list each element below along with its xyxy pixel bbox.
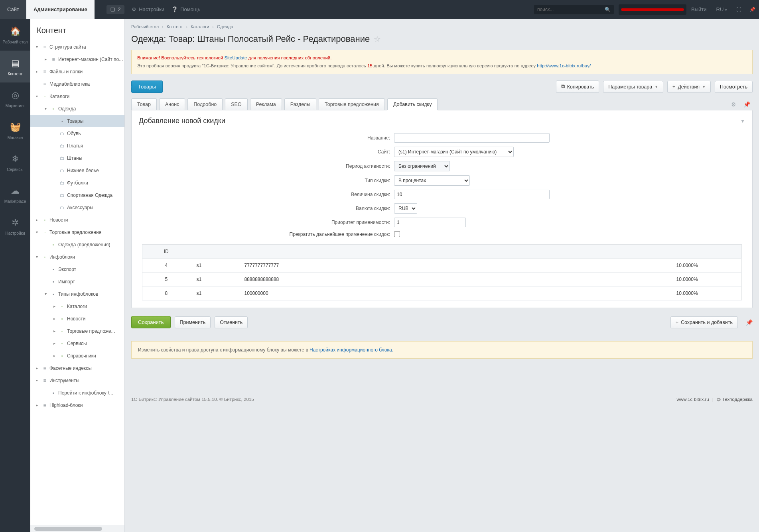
tab-6[interactable]: Торговые предложения	[319, 98, 385, 110]
search-box[interactable]: 🔍	[534, 5, 614, 14]
name-input[interactable]	[394, 133, 550, 143]
tree-item[interactable]: ▪Перейти к инфоблоку /...	[30, 387, 124, 399]
tab-site[interactable]: Сайт	[0, 0, 26, 19]
tab-1[interactable]: Анонс	[159, 98, 185, 110]
rail-item-cloud[interactable]: ☁Marketplace	[0, 178, 30, 210]
tree-item[interactable]: ▸▫Справочники	[30, 349, 124, 362]
rail-item-target[interactable]: ◎Маркетинг	[0, 82, 30, 114]
tree-item[interactable]: ▸▫Новости	[30, 214, 124, 226]
tab-5[interactable]: Разделы	[284, 98, 316, 110]
tab-admin[interactable]: Администрирование	[26, 0, 95, 19]
rail-item-content[interactable]: ▤Контент	[0, 51, 30, 82]
fullscreen-icon[interactable]: ⛶	[733, 4, 744, 15]
tab-2[interactable]: Подробно	[187, 98, 223, 110]
tree-item[interactable]: ▸▫Новости	[30, 312, 124, 325]
tree-item[interactable]: 🗀Обувь	[30, 127, 124, 139]
tree-item[interactable]: 🗀Футболки	[30, 177, 124, 189]
toggle-icon: ▸	[36, 69, 41, 74]
sidebar-hscroll[interactable]	[30, 525, 124, 532]
panel-collapse-icon[interactable]: ▼	[740, 118, 745, 124]
currency-select[interactable]: RUB	[394, 203, 417, 214]
toggle-icon: ▸	[53, 353, 58, 358]
tree-item[interactable]: ▸≡Фасетные индексы	[30, 362, 124, 374]
tree-item[interactable]: ▾≡Структура сайта	[30, 41, 124, 53]
save-button[interactable]: Сохранить	[131, 316, 171, 328]
siteupdate-link[interactable]: SiteUpdate	[224, 55, 247, 60]
tab-3[interactable]: SEO	[225, 98, 247, 110]
tree-item[interactable]: 🗀Штаны	[30, 152, 124, 164]
tree-item-label: Новости	[67, 316, 85, 322]
priority-input[interactable]	[394, 218, 466, 227]
stop-checkbox[interactable]	[394, 231, 400, 237]
tree-item-label: Типы инфоблоков	[58, 291, 98, 297]
tree-item[interactable]: ▫Одежда (предложения)	[30, 238, 124, 251]
lang-switcher[interactable]: RU ▾	[716, 6, 727, 12]
tab-0[interactable]: Товар	[131, 98, 157, 110]
type-select[interactable]: В процентах	[394, 175, 470, 186]
save-and-add-button[interactable]: + Сохранить и добавить	[670, 316, 738, 328]
notice-line1-a: Внимание! Воспользуйтесь технологией	[137, 55, 224, 60]
value-input[interactable]	[394, 190, 550, 199]
gear-icon: ✲	[9, 217, 21, 229]
tree-item[interactable]: 🗀Нижнее белье	[30, 164, 124, 177]
rail-item-gear[interactable]: ✲Настройки	[0, 210, 30, 242]
favorite-star-icon[interactable]: ☆	[374, 34, 381, 44]
tree-item[interactable]: ▪Импорт	[30, 275, 124, 288]
breadcrumb-link[interactable]: Рабочий стол	[131, 24, 159, 29]
tree-item[interactable]: ▸≡Файлы и папки	[30, 65, 124, 78]
tree-item[interactable]: ▾▫Инфоблоки	[30, 251, 124, 263]
breadcrumb-link[interactable]: Контент	[167, 24, 183, 29]
tree-item[interactable]: ▪Товары	[30, 115, 124, 127]
tree-item[interactable]: 🗀Аксессуары	[30, 201, 124, 214]
tree-item[interactable]: ▾▫Каталоги	[30, 90, 124, 102]
tabs-pin-icon[interactable]: 📌	[741, 101, 753, 108]
tree-item[interactable]: ▾▫Торговые предложения	[30, 226, 124, 238]
search-input[interactable]	[537, 7, 605, 12]
site-select[interactable]: (s1) Интернет-магазин (Сайт по умолчанию…	[394, 147, 514, 157]
notice-line1-b: для получения последних обновлений.	[247, 55, 331, 60]
tree-item[interactable]: 🗀Спортивная Одежда	[30, 189, 124, 201]
buy-link[interactable]: http://www.1c-bitrix.ru/buy/	[537, 63, 591, 68]
breadcrumb-link[interactable]: Одежда	[217, 24, 233, 29]
rail-item-home[interactable]: 🏠Рабочий стол	[0, 19, 30, 51]
breadcrumb-link[interactable]: Каталоги	[191, 24, 209, 29]
help-link[interactable]: ❔ Помощь	[172, 6, 200, 12]
back-to-products-button[interactable]: Товары	[131, 80, 163, 93]
cancel-button[interactable]: Отменить	[215, 316, 248, 328]
tree-item[interactable]: ▸≡Интернет-магазин (Сайт по...	[30, 53, 124, 65]
tree-item[interactable]: ▸▫Торговые предложе...	[30, 325, 124, 337]
user-menu[interactable]	[619, 4, 686, 15]
period-select[interactable]: Без ограничений	[394, 161, 450, 171]
table-row[interactable]: 5s1888888888888810.0000%	[142, 273, 742, 287]
table-row[interactable]: 4s1777777777777710.0000%	[142, 259, 742, 273]
tree-item[interactable]: ▸▫Каталоги	[30, 300, 124, 312]
tabs-settings-icon[interactable]: ⚙	[729, 101, 739, 108]
tree-item[interactable]: ▪Экспорт	[30, 263, 124, 275]
tree-item[interactable]: ▸≡Highload-блоки	[30, 399, 124, 411]
tab-7[interactable]: Добавить скидку	[387, 98, 438, 110]
tab-4[interactable]: Реклама	[250, 98, 282, 110]
footer-support-link[interactable]: Техподдержка	[722, 397, 753, 402]
search-icon[interactable]: 🔍	[605, 7, 611, 12]
tree-item[interactable]: ▸▫Сервисы	[30, 337, 124, 349]
rail-item-basket[interactable]: 🧺Магазин	[0, 114, 30, 146]
pin-icon[interactable]: 📌	[747, 4, 757, 15]
logout-link[interactable]: Выйти	[691, 6, 707, 12]
tree-item[interactable]: ≡Медиабиблиотека	[30, 78, 124, 90]
rail-item-services[interactable]: ❄Сервисы	[0, 146, 30, 178]
tree-item[interactable]: 🗀Платья	[30, 139, 124, 152]
actions-button[interactable]: +Действия▼	[667, 81, 711, 93]
table-row[interactable]: 8s110000000010.0000%	[142, 287, 742, 300]
notifications-button[interactable]: ❏ 2	[106, 5, 125, 14]
params-button[interactable]: Параметры товара▼	[603, 81, 663, 93]
tree-item[interactable]: ▾≡Инструменты	[30, 374, 124, 387]
footer-site-link[interactable]: www.1c-bitrix.ru	[677, 397, 709, 402]
tree-item[interactable]: ▾▫Одежда	[30, 102, 124, 115]
action-bar-pin-icon[interactable]: 📌	[746, 319, 753, 326]
settings-link[interactable]: ⚙ Настройки	[132, 6, 164, 12]
apply-button[interactable]: Применить	[175, 316, 211, 328]
copy-button[interactable]: ⧉Копировать	[556, 80, 599, 93]
infoblock-settings-link[interactable]: Настройках информационного блока.	[310, 347, 393, 353]
tree-item[interactable]: ▾▪Типы инфоблоков	[30, 288, 124, 300]
view-button[interactable]: Посмотреть	[715, 81, 753, 93]
